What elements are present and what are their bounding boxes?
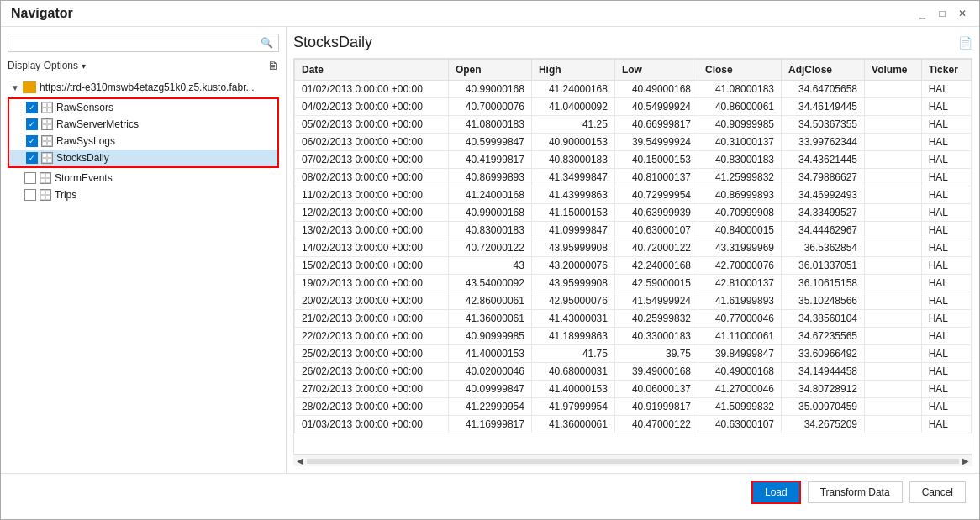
checkbox-StocksDaily[interactable]	[26, 152, 38, 164]
tree-item-RawSysLogs[interactable]: RawSysLogs	[9, 133, 277, 150]
transform-data-button[interactable]: Transform Data	[808, 481, 903, 503]
scroll-left-arrow[interactable]: ◀	[297, 456, 303, 465]
tree-item-Trips[interactable]: Trips	[8, 186, 279, 203]
table-cell: 20/02/2013 0:00:00 +00:00	[295, 292, 449, 310]
table-cell: 41.36000061	[448, 310, 531, 328]
table-cell: 04/02/2013 0:00:00 +00:00	[295, 98, 449, 116]
table-cell: HAL	[921, 398, 971, 416]
close-button[interactable]: ✕	[956, 7, 969, 20]
table-cell: 41.11000061	[698, 328, 781, 345]
col-close: Close	[698, 60, 781, 81]
data-table-wrapper[interactable]: Date Open High Low Close AdjClose Volume…	[293, 58, 972, 454]
table-cell: 40.02000046	[448, 363, 531, 381]
table-cell: 42.24000168	[614, 257, 698, 275]
table-icon-StocksDaily	[41, 152, 53, 164]
minimize-button[interactable]: ⎯	[915, 7, 929, 20]
table-cell: 43.95999908	[531, 239, 614, 257]
table-cell: 28/02/2013 0:00:00 +00:00	[295, 398, 449, 416]
table-cell: 41.43000031	[531, 310, 614, 328]
refresh-icon[interactable]: 🗎	[267, 59, 279, 72]
table-cell	[865, 416, 922, 433]
table-cell: 34.44462967	[782, 222, 865, 239]
checkbox-RawSensors[interactable]	[26, 102, 38, 113]
display-options-label[interactable]: Display Options ▾	[8, 60, 86, 71]
window-controls: ⎯ □ ✕	[915, 7, 969, 20]
table-cell: HAL	[921, 257, 971, 275]
label-RawSensors: RawSensors	[56, 102, 113, 113]
table-icon-RawServerMetrics	[41, 118, 53, 130]
table-row: 12/02/2013 0:00:00 +00:0040.9900016841.1…	[295, 204, 972, 222]
table-cell	[865, 204, 922, 222]
table-cell: 34.64705658	[782, 81, 865, 98]
table-cell: 40.72999954	[614, 186, 698, 204]
table-cell: 40.31000137	[698, 134, 781, 151]
checkbox-RawSysLogs[interactable]	[26, 135, 38, 147]
table-row: 25/02/2013 0:00:00 +00:0041.4000015341.7…	[295, 345, 972, 363]
table-cell: 41.24000168	[531, 81, 614, 98]
table-cell: HAL	[921, 222, 971, 239]
table-cell: 39.84999847	[698, 345, 781, 363]
table-cell	[865, 345, 922, 363]
tree-item-RawSensors[interactable]: RawSensors	[9, 99, 277, 116]
scroll-right-arrow[interactable]: ▶	[962, 456, 969, 465]
load-button[interactable]: Load	[751, 481, 801, 504]
table-cell: 40.06000137	[614, 381, 698, 398]
right-panel: StocksDaily 📄 Date Open High Low Close A…	[287, 27, 979, 473]
tree-item-StormEvents[interactable]: StormEvents	[8, 170, 279, 186]
connection-item[interactable]: ▼ https://trd-e310mswb4etazg51k0.z5.kust…	[8, 79, 279, 96]
table-cell: 41.43999863	[531, 186, 614, 204]
label-Trips: Trips	[55, 189, 76, 201]
table-icon-RawSysLogs	[41, 135, 53, 147]
col-date: Date	[295, 60, 449, 81]
table-cell: 27/02/2013 0:00:00 +00:00	[295, 381, 449, 398]
table-cell: HAL	[921, 310, 971, 328]
table-cell: 41.04000092	[531, 98, 614, 116]
tree-item-StocksDaily[interactable]: StocksDaily	[9, 150, 277, 166]
panel-title: StocksDaily	[293, 34, 372, 51]
table-cell: 41.08000183	[448, 116, 531, 134]
table-cell: 40.09999847	[448, 381, 531, 398]
table-cell: 19/02/2013 0:00:00 +00:00	[295, 275, 449, 292]
table-cell: 41.40000153	[448, 345, 531, 363]
tree-item-RawServerMetrics[interactable]: RawServerMetrics	[9, 116, 277, 133]
checkbox-RawServerMetrics[interactable]	[26, 118, 38, 130]
table-cell: 40.81000137	[614, 169, 698, 186]
table-row: 01/03/2013 0:00:00 +00:0041.1699981741.3…	[295, 416, 972, 433]
export-icon[interactable]: 📄	[958, 36, 972, 50]
maximize-button[interactable]: □	[935, 7, 949, 20]
table-cell: 40.66999817	[614, 116, 698, 134]
table-cell: HAL	[921, 204, 971, 222]
table-row: 01/02/2013 0:00:00 +00:0040.9900016841.2…	[295, 81, 972, 98]
cancel-button[interactable]: Cancel	[909, 481, 966, 503]
table-cell: 34.43621445	[782, 151, 865, 169]
table-cell: HAL	[921, 81, 971, 98]
table-cell: 40.41999817	[448, 151, 531, 169]
table-cell: 33.60966492	[782, 345, 865, 363]
table-cell: HAL	[921, 328, 971, 345]
table-cell: 40.86999893	[448, 169, 531, 186]
checkbox-StormEvents[interactable]	[24, 172, 36, 184]
panel-title-row: StocksDaily 📄	[293, 34, 972, 51]
table-cell: 41.09999847	[531, 222, 614, 239]
table-row: 06/02/2013 0:00:00 +00:0040.5999984740.9…	[295, 134, 972, 151]
table-cell: 43.31999969	[698, 239, 781, 257]
checkbox-Trips[interactable]	[24, 189, 36, 201]
table-cell: 34.50367355	[782, 116, 865, 134]
table-cell	[865, 98, 922, 116]
table-cell: 40.77000046	[698, 310, 781, 328]
table-row: 19/02/2013 0:00:00 +00:0043.5400009243.9…	[295, 275, 972, 292]
table-cell: 41.40000153	[531, 381, 614, 398]
table-cell: HAL	[921, 116, 971, 134]
table-cell: 41.08000183	[698, 81, 781, 98]
search-box[interactable]: 🔍	[8, 34, 279, 52]
table-cell: HAL	[921, 275, 971, 292]
table-cell: 40.70999908	[698, 204, 781, 222]
col-open: Open	[448, 60, 531, 81]
table-cell: 40.68000031	[531, 363, 614, 381]
table-cell: 40.63000107	[614, 222, 698, 239]
scroll-track[interactable]	[307, 459, 959, 464]
table-cell: 41.54999924	[614, 292, 698, 310]
horizontal-scrollbar[interactable]: ◀ ▶	[293, 454, 972, 466]
table-row: 04/02/2013 0:00:00 +00:0040.7000007641.0…	[295, 98, 972, 116]
search-input[interactable]	[13, 37, 261, 49]
